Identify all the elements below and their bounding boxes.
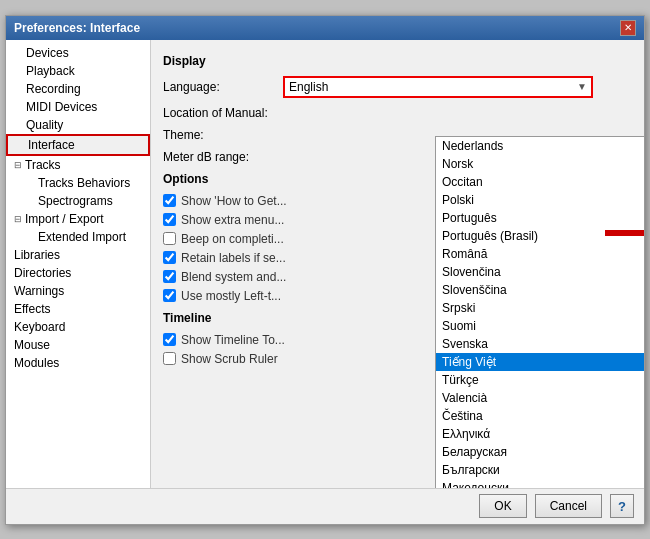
lang-item-portugues[interactable]: Português xyxy=(436,209,644,227)
main-content: Devices Playback Recording MIDI Devices … xyxy=(6,40,644,488)
sidebar-item-warnings[interactable]: Warnings xyxy=(6,282,150,300)
lang-item-greek[interactable]: Ελληνικά xyxy=(436,425,644,443)
sidebar-item-midi[interactable]: MIDI Devices xyxy=(6,98,150,116)
sidebar-item-playback[interactable]: Playback xyxy=(6,62,150,80)
sidebar-item-mouse[interactable]: Mouse xyxy=(6,336,150,354)
checkbox-how-to-get-input[interactable] xyxy=(163,194,176,207)
sidebar-item-effects[interactable]: Effects xyxy=(6,300,150,318)
checkbox-extra-menu-label: Show extra menu... xyxy=(181,213,284,227)
lang-item-belarusian[interactable]: Беларуская xyxy=(436,443,644,461)
sidebar-item-tracks[interactable]: ⊟Tracks xyxy=(6,156,150,174)
checkbox-left-input[interactable] xyxy=(163,289,176,302)
combo-arrow-icon: ▼ xyxy=(577,81,587,92)
checkbox-retain-input[interactable] xyxy=(163,251,176,264)
checkbox-how-to-get-label: Show 'How to Get... xyxy=(181,194,287,208)
settings-panel: Display Language: English ▼ Nederlands N… xyxy=(151,40,644,488)
sidebar: Devices Playback Recording MIDI Devices … xyxy=(6,40,151,488)
bottom-bar: OK Cancel ? xyxy=(6,488,644,524)
location-label: Location of Manual: xyxy=(163,106,283,120)
tree-expand-import: ⊟ xyxy=(14,214,22,224)
lang-item-srpski[interactable]: Srpski xyxy=(436,299,644,317)
lang-item-macedonian[interactable]: Македонски xyxy=(436,479,644,488)
checkbox-left-label: Use mostly Left-t... xyxy=(181,289,281,303)
lang-item-nederlands[interactable]: Nederlands xyxy=(436,137,644,155)
cancel-button[interactable]: Cancel xyxy=(535,494,602,518)
checkbox-blend-label: Blend system and... xyxy=(181,270,286,284)
sidebar-item-keyboard[interactable]: Keyboard xyxy=(6,318,150,336)
lang-item-bulgarian[interactable]: Български xyxy=(436,461,644,479)
meter-label: Meter dB range: xyxy=(163,150,283,164)
checkbox-scrub-ruler-input[interactable] xyxy=(163,352,176,365)
checkbox-beep-label: Beep on completi... xyxy=(181,232,284,246)
sidebar-item-tracks-behaviors[interactable]: Tracks Behaviors xyxy=(6,174,150,192)
lang-item-tieng-viet[interactable]: Tiếng Việt xyxy=(436,353,644,371)
lang-item-valencia[interactable]: Valencià xyxy=(436,389,644,407)
sidebar-item-extended-import[interactable]: Extended Import xyxy=(6,228,150,246)
checkbox-show-timeline-label: Show Timeline To... xyxy=(181,333,285,347)
window-title: Preferences: Interface xyxy=(14,21,140,35)
help-button[interactable]: ? xyxy=(610,494,634,518)
lang-item-norsk[interactable]: Norsk xyxy=(436,155,644,173)
language-combo[interactable]: English ▼ xyxy=(283,76,593,98)
sidebar-item-quality[interactable]: Quality xyxy=(6,116,150,134)
preferences-window: Preferences: Interface ✕ Devices Playbac… xyxy=(5,15,645,525)
tree-expand-tracks: ⊟ xyxy=(14,160,22,170)
sidebar-item-modules[interactable]: Modules xyxy=(6,354,150,372)
theme-label: Theme: xyxy=(163,128,283,142)
lang-item-slovencina[interactable]: Slovenčina xyxy=(436,263,644,281)
sidebar-item-recording[interactable]: Recording xyxy=(6,80,150,98)
lang-item-occitan[interactable]: Occitan xyxy=(436,173,644,191)
lang-item-slovenscina[interactable]: Slovenščina xyxy=(436,281,644,299)
lang-item-romana[interactable]: Română xyxy=(436,245,644,263)
language-row: Language: English ▼ Nederlands Norsk Occ… xyxy=(163,76,632,98)
language-label: Language: xyxy=(163,80,283,94)
sidebar-item-devices[interactable]: Devices xyxy=(6,44,150,62)
checkbox-extra-menu-input[interactable] xyxy=(163,213,176,226)
lang-item-portugues-brasil[interactable]: Português (Brasil) xyxy=(436,227,644,245)
lang-item-cestina[interactable]: Čeština xyxy=(436,407,644,425)
sidebar-item-spectrograms[interactable]: Spectrograms xyxy=(6,192,150,210)
language-combo-text: English xyxy=(289,80,328,94)
checkbox-retain-label: Retain labels if se... xyxy=(181,251,286,265)
sidebar-item-directories[interactable]: Directories xyxy=(6,264,150,282)
close-button[interactable]: ✕ xyxy=(620,20,636,36)
lang-item-polski[interactable]: Polski xyxy=(436,191,644,209)
lang-item-suomi[interactable]: Suomi xyxy=(436,317,644,335)
lang-item-svenska[interactable]: Svenska xyxy=(436,335,644,353)
location-row: Location of Manual: xyxy=(163,106,632,120)
sidebar-item-interface[interactable]: Interface xyxy=(6,134,150,156)
lang-item-turkce[interactable]: Türkçe xyxy=(436,371,644,389)
checkbox-scrub-ruler-label: Show Scrub Ruler xyxy=(181,352,278,366)
sidebar-item-libraries[interactable]: Libraries xyxy=(6,246,150,264)
display-section-title: Display xyxy=(163,54,632,68)
title-bar: Preferences: Interface ✕ xyxy=(6,16,644,40)
checkbox-beep-input[interactable] xyxy=(163,232,176,245)
checkbox-show-timeline-input[interactable] xyxy=(163,333,176,346)
language-dropdown-list[interactable]: Nederlands Norsk Occitan Polski Portuguê… xyxy=(435,136,644,488)
sidebar-item-import-export[interactable]: ⊟Import / Export xyxy=(6,210,150,228)
checkbox-blend-input[interactable] xyxy=(163,270,176,283)
ok-button[interactable]: OK xyxy=(479,494,526,518)
language-combo-wrapper: English ▼ Nederlands Norsk Occitan Polsk… xyxy=(283,76,593,98)
